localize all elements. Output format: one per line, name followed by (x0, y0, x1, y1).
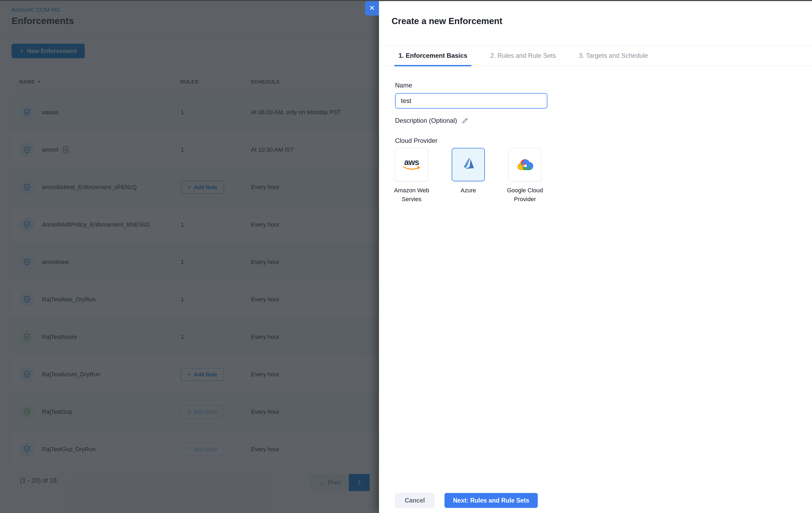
cloud-provider-label: Cloud Provider (395, 137, 438, 144)
next-button[interactable]: Next: Rules and Rule Sets (444, 493, 538, 508)
aws-logo-icon: aws (403, 159, 421, 171)
provider-card-aws[interactable]: aws (395, 148, 428, 181)
provider-aws: aws Amazon Web Servies (395, 148, 428, 181)
close-icon[interactable]: ✕ (365, 1, 379, 16)
provider-card-gcp[interactable] (509, 148, 542, 181)
azure-logo-icon (460, 156, 477, 173)
provider-label-aws: Amazon Web Servies (386, 186, 437, 204)
tab-enforcement-basics[interactable]: 1. Enforcement Basics (394, 45, 471, 66)
cancel-button[interactable]: Cancel (395, 493, 435, 508)
cloud-provider-options: aws Amazon Web Servies Azure (395, 148, 542, 181)
tab-rules-and-rule-sets[interactable]: 2. Rules and Rule Sets (486, 45, 560, 66)
wizard-tabs: 1. Enforcement Basics 2. Rules and Rule … (379, 45, 812, 66)
edit-pencil-icon[interactable] (461, 117, 468, 125)
description-row: Description (Optional) (395, 117, 468, 125)
provider-gcp: Google Cloud Provider (509, 148, 542, 181)
window-top-edge (0, 0, 812, 1)
provider-azure: Azure (452, 148, 485, 181)
name-input[interactable] (395, 93, 547, 109)
drawer-title: Create a new Enforcement (392, 16, 502, 26)
drawer-footer: Cancel Next: Rules and Rule Sets (395, 493, 538, 508)
provider-card-azure[interactable] (452, 148, 485, 181)
tab-targets-and-schedule[interactable]: 3. Targets and Schedule (575, 45, 652, 66)
gcp-logo-icon (516, 158, 533, 172)
provider-label-gcp: Google Cloud Provider (499, 186, 550, 204)
name-label: Name (395, 82, 412, 89)
description-label: Description (Optional) (395, 117, 457, 125)
provider-label-azure: Azure (443, 186, 494, 195)
create-enforcement-drawer: ✕ Create a new Enforcement 1. Enforcemen… (379, 0, 812, 513)
